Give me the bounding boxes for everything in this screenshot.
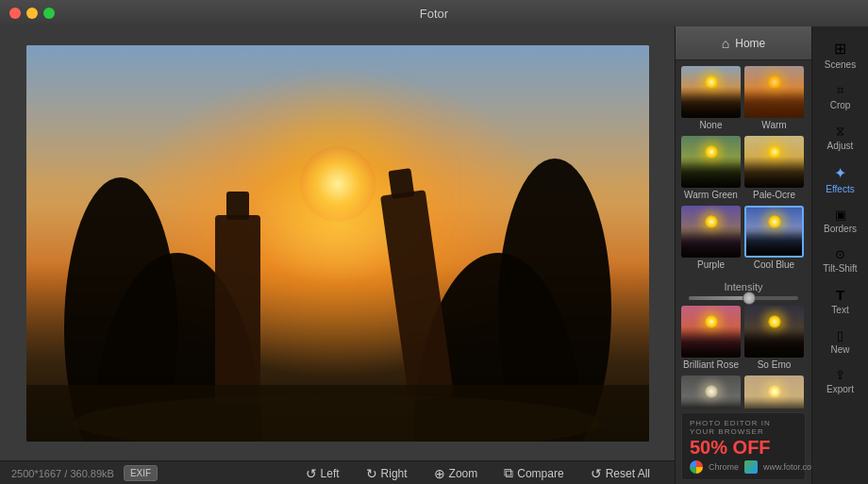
compare-label: Compare: [517, 467, 563, 480]
adjust-icon: ⧖: [836, 124, 844, 139]
home-label: Home: [735, 37, 765, 50]
ad-bottom: Chrome www.fotor.com: [690, 460, 797, 474]
ad-discount: 50% OFF: [690, 438, 797, 457]
scenes-icon: ⊞: [834, 40, 846, 58]
minimize-button[interactable]: [26, 8, 38, 19]
effect-cool-blue[interactable]: Cool Blue: [744, 206, 804, 272]
sidebar-item-borders[interactable]: ▣ Borders: [812, 202, 868, 240]
home-button[interactable]: ⌂ Home: [676, 26, 811, 60]
effect-warm[interactable]: Warm: [744, 66, 804, 132]
sidebar-item-export[interactable]: ⇪ Export: [812, 362, 868, 400]
exif-badge[interactable]: EXIF: [124, 465, 158, 481]
effect-warm-green-label: Warm Green: [681, 188, 741, 202]
photo-frame: [26, 45, 649, 442]
effects-panel: ⌂ Home None: [675, 26, 811, 484]
effect-so-emo[interactable]: So Emo: [744, 306, 804, 372]
fotor-icon: [744, 460, 758, 474]
intensity-section: Intensity: [681, 275, 806, 306]
intensity-slider[interactable]: [689, 296, 798, 300]
effect-so-emo-label: So Emo: [744, 358, 804, 372]
chrome-icon: [690, 460, 703, 474]
sidebar-item-text[interactable]: T Text: [812, 281, 868, 321]
rotate-left-label: Left: [321, 467, 340, 480]
maximize-button[interactable]: [43, 8, 55, 19]
new-icon: ▯: [837, 328, 843, 342]
export-label: Export: [826, 384, 854, 394]
home-icon: ⌂: [722, 36, 729, 51]
intensity-fill: [689, 296, 749, 300]
canvas-area: 2500*1667 / 360.89kB EXIF ↺ Left ↻ Right…: [0, 26, 675, 484]
scenes-label: Scenes: [825, 59, 856, 70]
image-info: 2500*1667 / 360.89kB: [11, 468, 114, 479]
effects-row-3: Purple Cool Blue: [681, 206, 806, 272]
ad-site-label: www.fotor.com: [763, 462, 811, 472]
main-content: 2500*1667 / 360.89kB EXIF ↺ Left ↻ Right…: [0, 26, 868, 484]
effect-none[interactable]: None: [681, 66, 741, 132]
effect-pale-ocre[interactable]: Pale-Ocre: [744, 136, 804, 202]
effect-brilliant-rose-label: Brilliant Rose: [681, 358, 741, 372]
rotate-right-button[interactable]: ↻ Right: [353, 462, 421, 485]
effect-purple-label: Purple: [681, 258, 741, 272]
svg-rect-7: [388, 168, 414, 199]
text-icon: T: [836, 287, 844, 303]
close-button[interactable]: [9, 8, 21, 19]
zoom-label: Zoom: [449, 467, 478, 480]
rotate-left-icon: ↺: [306, 466, 317, 481]
effects-label: Effects: [826, 184, 854, 194]
sidebar-item-crop[interactable]: ⌗ Crop: [812, 77, 868, 116]
effect-inkwell[interactable]: Inkwell: [681, 376, 741, 409]
reset-icon: ↺: [591, 466, 602, 481]
bottom-toolbar: 2500*1667 / 360.89kB EXIF ↺ Left ↻ Right…: [0, 460, 675, 484]
effect-warm-label: Warm: [744, 118, 804, 132]
tilt-shift-label: Tilt-Shift: [823, 263, 857, 274]
crop-icon: ⌗: [837, 83, 843, 98]
zoom-icon: ⊕: [434, 466, 445, 481]
intensity-label: Intensity: [689, 281, 798, 292]
effect-pale-ocre-label: Pale-Ocre: [744, 188, 804, 202]
compare-icon: ⧉: [504, 465, 513, 481]
rotate-left-button[interactable]: ↺ Left: [292, 462, 353, 485]
effect-none-label: None: [681, 118, 741, 132]
sidebar-item-effects[interactable]: ✦ Effects: [812, 159, 868, 200]
ad-top-label: PHOTO EDITOR IN YOUR BROWSER: [690, 419, 797, 436]
window-controls[interactable]: [9, 8, 55, 19]
compare-button[interactable]: ⧉ Compare: [491, 461, 576, 484]
sidebar-item-adjust[interactable]: ⧖ Adjust: [812, 118, 868, 157]
app-title: Fotor: [420, 7, 448, 21]
image-container: [0, 26, 675, 460]
effect-brilliant-rose[interactable]: Brilliant Rose: [681, 306, 741, 372]
intensity-thumb[interactable]: [743, 292, 756, 305]
adjust-label: Adjust: [827, 141, 854, 151]
svg-rect-4: [215, 215, 260, 404]
right-sidebar: ⊞ Scenes ⌗ Crop ⧖ Adjust ✦ Effects ▣ Bor…: [811, 26, 868, 484]
effects-icon: ✦: [834, 164, 846, 182]
effect-sepia[interactable]: Sepia: [744, 376, 804, 409]
reset-button[interactable]: ↺ Reset All: [577, 462, 663, 485]
sidebar-item-scenes[interactable]: ⊞ Scenes: [812, 34, 868, 75]
new-label: New: [830, 344, 849, 355]
rotate-right-label: Right: [381, 467, 408, 480]
sidebar-item-new[interactable]: ▯ New: [812, 323, 868, 360]
reset-label: Reset All: [606, 467, 650, 480]
ad-chrome-label: Chrome: [709, 462, 739, 472]
sidebar-item-tilt-shift[interactable]: ⊙ Tilt-Shift: [812, 242, 868, 279]
effect-warm-green[interactable]: Warm Green: [681, 136, 741, 202]
svg-rect-5: [226, 192, 249, 220]
export-icon: ⇪: [835, 368, 845, 382]
rotate-right-icon: ↻: [366, 466, 377, 481]
borders-label: Borders: [824, 224, 857, 234]
effect-purple[interactable]: Purple: [681, 206, 741, 272]
svg-rect-6: [380, 190, 454, 402]
ad-banner[interactable]: PHOTO EDITOR IN YOUR BROWSER 50% OFF Chr…: [681, 412, 806, 480]
photo-silhouette: [26, 45, 649, 442]
crop-label: Crop: [830, 100, 851, 110]
zoom-button[interactable]: ⊕ Zoom: [421, 462, 492, 485]
effects-row-4: Brilliant Rose So Emo: [681, 306, 806, 372]
effects-row-2: Warm Green Pale-Ocre: [681, 136, 806, 202]
effect-cool-blue-label: Cool Blue: [744, 258, 804, 272]
text-label: Text: [831, 305, 848, 315]
borders-icon: ▣: [835, 208, 846, 222]
tilt-shift-icon: ⊙: [835, 247, 845, 261]
effects-row-5: Inkwell Sepia: [681, 376, 806, 409]
effects-grid: None Warm: [676, 60, 811, 409]
